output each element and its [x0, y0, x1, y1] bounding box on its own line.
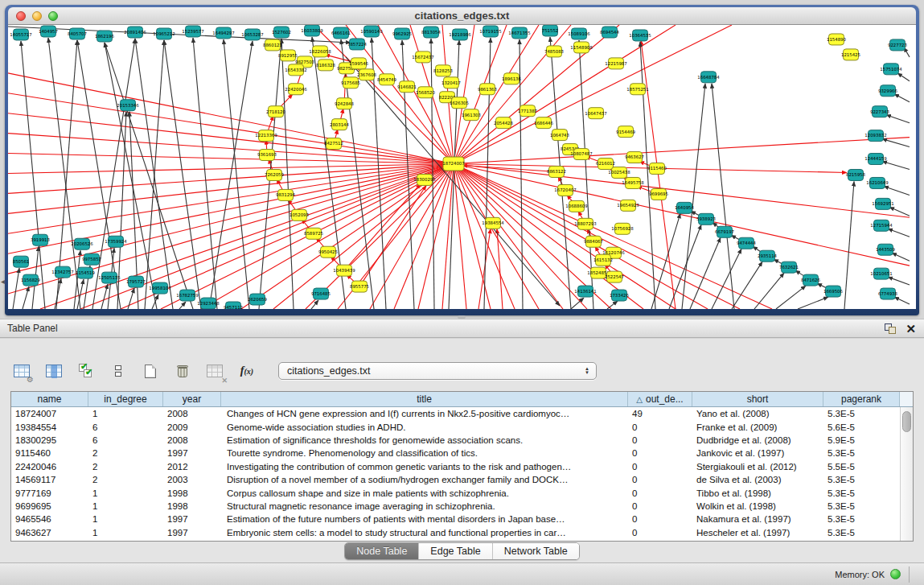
graph-edge[interactable] — [21, 41, 45, 309]
table-row[interactable]: 1938455462009Genome-wide association stu… — [11, 420, 900, 433]
row-height-icon[interactable] — [108, 360, 129, 381]
table-selector-dropdown[interactable]: citations_edges.txt ▲▼ — [278, 362, 597, 380]
graph-edge[interactable] — [152, 295, 158, 309]
graph-edge[interactable] — [682, 84, 705, 309]
table-cell: Nakamura et al. (1997) — [692, 514, 823, 524]
table-row[interactable]: 946554611997Estimation of the future num… — [11, 513, 900, 525]
tab-node-table[interactable]: Node Table — [345, 543, 419, 559]
table-row[interactable]: 946362711997Embryonic stem cells: a mode… — [11, 526, 900, 539]
table-cell: 1998 — [163, 488, 221, 498]
graph-edge[interactable] — [888, 277, 910, 285]
table-row[interactable]: 977716911998Corpus callosum shape and si… — [11, 486, 900, 499]
graph-node-label: 9457112 — [224, 305, 243, 309]
column-header-title[interactable]: title — [221, 392, 628, 406]
graph-edge[interactable] — [8, 154, 454, 164]
graph-edge[interactable] — [889, 207, 910, 216]
graph-edge[interactable] — [897, 73, 910, 81]
graph-edge[interactable] — [712, 249, 741, 309]
table-cell: 5.5E-5 — [823, 462, 900, 472]
graph-edge[interactable] — [8, 113, 454, 164]
delete-table-icon[interactable] — [172, 360, 193, 381]
graph-edge[interactable] — [128, 288, 134, 309]
graph-node-label: 12715944 — [870, 223, 893, 228]
table-settings-icon[interactable]: ⚙ — [11, 360, 32, 381]
graph-edge[interactable] — [844, 181, 854, 309]
table-row[interactable]: 2242004622012Investigating the contribut… — [11, 460, 900, 473]
graph-edge[interactable] — [311, 300, 318, 309]
column-header-short[interactable]: short — [692, 392, 823, 406]
table-row[interactable]: 911546021997Tourette syndrome. Phenomeno… — [11, 447, 900, 459]
tab-network-table[interactable]: Network Table — [493, 543, 579, 559]
graph-node-label: 7485083 — [544, 49, 564, 54]
graph-node-label: 8128253 — [433, 68, 453, 73]
graph-edge[interactable] — [882, 139, 910, 147]
table-cell: 9115460 — [11, 448, 88, 458]
table-row[interactable]: 1456911722003Disruption of a novel membe… — [11, 473, 900, 486]
graph-node-label: 16543382 — [285, 68, 306, 72]
graph-edge[interactable] — [454, 164, 466, 309]
new-table-icon[interactable] — [140, 360, 161, 381]
table-cell: Dudbridge et al. (2008) — [692, 435, 823, 445]
graph-edge[interactable] — [798, 297, 828, 309]
column-header-year[interactable]: year — [163, 392, 221, 406]
graph-edge[interactable] — [607, 301, 618, 309]
tab-edge-table[interactable]: Edge Table — [419, 543, 492, 559]
graph-edge[interactable] — [209, 41, 253, 309]
column-header-name[interactable]: name — [11, 392, 88, 406]
graph-edge[interactable] — [164, 40, 201, 309]
table-cell: 5.3E-5 — [823, 528, 900, 538]
select-all-rows-icon[interactable]: ✔ ✔ — [76, 360, 97, 381]
function-builder-icon[interactable]: f(x) — [236, 360, 257, 381]
graph-edge[interactable] — [135, 39, 173, 309]
table-cell: 5.3E-5 — [823, 488, 900, 498]
graph-edge[interactable] — [454, 25, 732, 164]
graph-edge[interactable] — [8, 164, 454, 274]
graph-edge[interactable] — [8, 134, 454, 164]
graph-node-label: 11548908 — [570, 45, 593, 50]
close-panel-icon[interactable]: ✕ — [906, 323, 916, 334]
column-header-out-degree[interactable]: △ out_de... — [628, 392, 692, 406]
graph-edge[interactable] — [224, 39, 249, 309]
network-canvas-area[interactable]: 1405571714049578405707186219620891406109… — [8, 25, 916, 309]
graph-edge[interactable] — [776, 286, 806, 309]
graph-node-label: 10025438 — [608, 170, 630, 175]
graph-edge[interactable] — [193, 38, 217, 309]
table-cell: de Silva et al. (2003) — [692, 475, 823, 484]
graph-edge[interactable] — [732, 262, 762, 309]
graph-edge[interactable] — [454, 164, 515, 309]
graph-edge[interactable] — [882, 162, 910, 170]
graph-edge[interactable] — [894, 94, 910, 102]
graph-edge[interactable] — [454, 138, 910, 164]
column-header-in-degree[interactable]: in_degree — [88, 392, 163, 406]
float-panel-icon[interactable] — [885, 323, 896, 334]
graph-edge[interactable] — [8, 93, 454, 164]
table-row[interactable]: 1830029562008Estimation of significance … — [11, 434, 900, 447]
graph-edge[interactable] — [484, 38, 491, 309]
graph-edge[interactable] — [101, 284, 108, 309]
graph-edge[interactable] — [640, 42, 655, 309]
table-row[interactable]: 969969511998Structural magnetic resonanc… — [11, 500, 900, 513]
graph-edge[interactable] — [892, 253, 910, 261]
graph-edge[interactable] — [23, 286, 29, 309]
collapse-panel-arrow-icon[interactable]: ◂ — [1, 277, 5, 286]
table-cell: 49 — [628, 409, 692, 418]
graph-edge[interactable] — [454, 164, 563, 309]
graph-edge[interactable] — [888, 229, 910, 237]
network-canvas[interactable]: 1405571714049578405707186219620891406109… — [8, 25, 916, 309]
graph-edge[interactable] — [894, 297, 910, 304]
window-titlebar[interactable]: citations_edges.txt — [8, 7, 916, 25]
graph-edge[interactable] — [179, 302, 186, 309]
table-row[interactable]: 1872400712008Changes of HCN gene express… — [11, 407, 900, 420]
graph-edge[interactable] — [8, 27, 351, 43]
table-vertical-scrollbar[interactable] — [900, 407, 913, 541]
table-cell: 5.9E-5 — [823, 435, 900, 445]
graph-edge[interactable] — [886, 115, 910, 123]
graph-edge[interactable] — [884, 186, 910, 195]
graph-edge[interactable] — [651, 213, 680, 309]
graph-edge[interactable] — [754, 273, 784, 309]
scrollbar-thumb[interactable] — [902, 411, 911, 432]
graph-edge[interactable] — [13, 268, 19, 309]
graph-edge[interactable] — [454, 25, 619, 164]
select-columns-icon[interactable] — [43, 360, 64, 381]
column-header-pagerank[interactable]: pagerank — [823, 392, 900, 406]
